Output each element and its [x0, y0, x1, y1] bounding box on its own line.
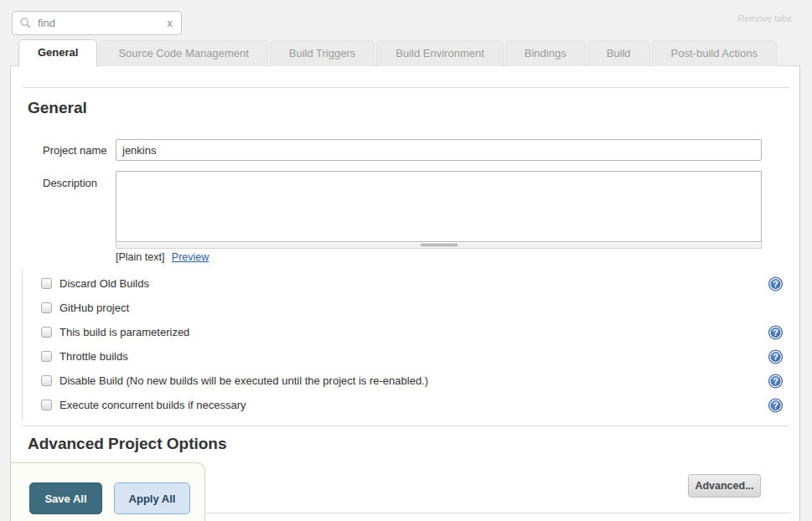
section-divider [23, 87, 789, 88]
search-clear-icon[interactable]: x [165, 18, 174, 29]
option-label: Disable Build (No new builds will be exe… [59, 374, 428, 387]
remove-tabs-link[interactable]: Remove tabs [737, 13, 792, 23]
description-label: Description [43, 177, 97, 189]
save-all-button[interactable]: Save All [29, 482, 102, 514]
option-label: GitHub project [59, 302, 129, 314]
help-icon[interactable]: ? [768, 398, 783, 412]
throttle-builds-checkbox[interactable] [41, 351, 52, 362]
help-icon[interactable]: ? [768, 349, 783, 364]
advanced-button[interactable]: Advanced... [688, 474, 761, 498]
resize-grip-icon [421, 244, 458, 247]
parameterized-checkbox[interactable] [41, 327, 52, 338]
section-divider [23, 426, 789, 426]
markup-format-label: [Plain text] [116, 251, 164, 263]
tab-build[interactable]: Build [587, 40, 650, 66]
help-icon[interactable]: ? [768, 276, 783, 291]
search-icon [19, 17, 32, 29]
option-row-disable-build: Disable Build (No new builds will be exe… [23, 369, 799, 393]
help-icon[interactable]: ? [768, 374, 783, 388]
tab-source-code-management[interactable]: Source Code Management [99, 40, 267, 66]
config-tabbar: General Source Code Management Build Tri… [18, 40, 777, 66]
discard-old-builds-checkbox[interactable] [41, 278, 52, 289]
project-name-input[interactable] [116, 139, 762, 161]
advanced-section-title: Advanced Project Options [28, 435, 227, 453]
option-row-github-project: GitHub project [23, 296, 799, 320]
github-project-checkbox[interactable] [41, 302, 52, 313]
apply-all-button[interactable]: Apply All [114, 482, 190, 514]
bottom-divider [206, 513, 791, 513]
option-label: Discard Old Builds [59, 277, 149, 290]
search-input[interactable] [38, 17, 165, 29]
tab-build-triggers[interactable]: Build Triggers [270, 40, 375, 66]
option-row-throttle-builds: Throttle builds ? [23, 344, 799, 369]
tab-general[interactable]: General [18, 39, 97, 67]
tab-bindings[interactable]: Bindings [505, 40, 586, 66]
general-section-title: General [28, 99, 87, 117]
option-label: Throttle builds [59, 350, 128, 363]
textarea-resize-handle[interactable] [116, 243, 762, 249]
config-search-box[interactable]: x [12, 11, 182, 35]
help-icon[interactable]: ? [768, 325, 783, 339]
disable-build-checkbox[interactable] [41, 375, 52, 386]
tab-post-build-actions[interactable]: Post-build Actions [652, 40, 777, 66]
option-label: This build is parameterized [59, 326, 189, 338]
description-textarea[interactable] [116, 171, 762, 242]
concurrent-builds-checkbox[interactable] [41, 400, 52, 410]
save-panel: Save All Apply All [10, 462, 205, 521]
option-row-discard-old-builds: Discard Old Builds ? [23, 271, 799, 296]
preview-link[interactable]: Preview [172, 251, 209, 263]
description-footer: [Plain text] Preview [116, 251, 209, 263]
option-label: Execute concurrent builds if necessary [59, 399, 246, 411]
project-name-label: Project name [43, 144, 107, 157]
option-list: Discard Old Builds ? GitHub project This… [22, 269, 799, 420]
option-row-parameterized: This build is parameterized ? [23, 320, 799, 344]
tab-build-environment[interactable]: Build Environment [376, 40, 504, 66]
option-row-concurrent-builds: Execute concurrent builds if necessary ? [23, 393, 799, 417]
config-pane: General Project name Description [Plain … [10, 65, 800, 521]
